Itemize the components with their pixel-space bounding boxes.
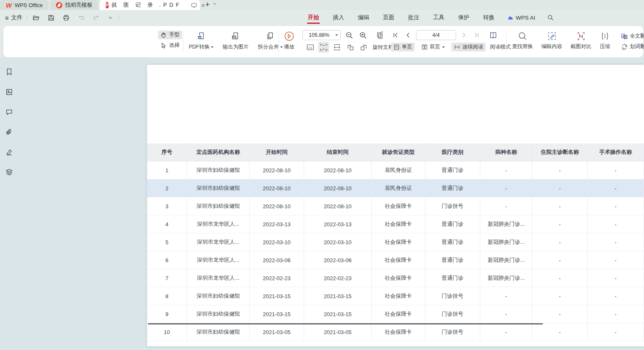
menu-page[interactable]: 页面 [382, 10, 395, 25]
play-button[interactable]: 播放 [284, 31, 295, 51]
table-row[interactable]: 1深圳市妇幼保健院2022-08-102022-08-10居民身份证普通门诊--… [147, 161, 644, 179]
table-cell: 2022-03-10 [304, 233, 372, 251]
undo-icon[interactable] [76, 13, 86, 23]
table-header-cell: 病种名称 [480, 143, 532, 161]
table-cell: - [588, 251, 644, 269]
bookmarks-panel-icon[interactable] [4, 66, 15, 77]
layers-panel-icon[interactable] [4, 167, 15, 178]
previous-page-icon[interactable] [403, 31, 413, 40]
chevron-down-icon [211, 46, 213, 48]
fit-width-icon[interactable] [332, 42, 342, 53]
screenshot-compare-button[interactable]: 截图对比 [570, 31, 591, 51]
present-to-screen-icon[interactable] [191, 2, 197, 8]
table-row[interactable]: 3深圳市妇幼保健院2022-08-102022-08-10社会保障卡门诊挂号--… [147, 197, 644, 215]
file-menu-button[interactable]: ≡ 文件 [5, 14, 23, 21]
tab-docer-templates[interactable]: 找稻壳模板 [50, 0, 98, 10]
menu-annotate[interactable]: 批注 [407, 10, 420, 25]
medical-records-table: 序号定点医药机构名称开始时间结束时间就诊凭证类型医疗类别病种名称住院主诊断名称手… [147, 143, 644, 341]
quickbar-chevron-icon[interactable] [106, 14, 114, 22]
tab-label: WPS Office [15, 2, 43, 8]
print-icon[interactable] [61, 13, 71, 23]
table-cell: 7 [147, 269, 187, 287]
double-page-button[interactable]: 双页 [419, 43, 447, 51]
zoom-out-icon[interactable] [344, 30, 355, 41]
table-row[interactable]: 8深圳市妇幼保健院2021-03-152021-03-15社会保障卡门诊挂号--… [147, 287, 644, 305]
tab-list-chevron-icon[interactable] [212, 1, 217, 6]
close-tab-icon[interactable]: × [201, 2, 205, 8]
export-image-button[interactable]: 输出为图片 [223, 31, 249, 51]
continuous-read-icon [454, 44, 460, 50]
open-file-icon[interactable] [31, 13, 41, 23]
hand-tool-button[interactable]: 手型 [158, 31, 182, 39]
tab-wps-office[interactable]: W WPS Office [0, 0, 48, 10]
rotate-right-icon[interactable] [358, 42, 369, 53]
next-page-icon[interactable] [459, 31, 469, 40]
signature-panel-icon[interactable] [4, 147, 15, 158]
zoom-level-input[interactable] [303, 32, 335, 38]
select-tool-button[interactable]: 选择 [158, 41, 182, 50]
table-row[interactable]: 5深圳市龙华区人...2022-03-102022-03-10社会保障卡普通门诊… [147, 233, 644, 251]
comments-panel-icon[interactable] [4, 107, 15, 118]
menu-protect[interactable]: 保护 [457, 10, 470, 25]
table-cell: 2022-03-06 [304, 251, 372, 269]
redo-icon[interactable] [91, 13, 101, 23]
table-header-cell: 手术操作名称 [588, 143, 644, 161]
menu-tools[interactable]: 工具 [432, 10, 445, 25]
table-row[interactable]: 9深圳市妇幼保健院2021-03-152021-03-15社会保障卡门诊挂号--… [147, 305, 644, 323]
read-mode-label[interactable]: 阅读模式 [490, 43, 511, 51]
zoom-level-control[interactable] [302, 30, 341, 40]
menu-wps-ai[interactable]: WPS AI [507, 15, 535, 21]
page-number-input[interactable] [416, 32, 456, 38]
word-translate-button[interactable]: 文 A 划词翻译 [619, 42, 644, 51]
actual-size-icon[interactable]: 1:1 [305, 42, 316, 53]
menu-search-icon[interactable] [546, 13, 555, 22]
tab-label: 找稻壳模板 [65, 1, 92, 9]
rotate-left-icon[interactable] [345, 42, 356, 53]
window-tab-bar: W WPS Office 找稻壳模板 P 就 医 记 录 .PDF × + [0, 0, 644, 10]
attachments-panel-icon[interactable] [4, 127, 15, 138]
menu-home[interactable]: 开始 [307, 10, 320, 25]
table-cell: 社会保障卡 [372, 233, 425, 251]
last-page-icon[interactable] [472, 31, 481, 40]
page-indicator-control[interactable] [416, 30, 456, 40]
full-translate-button[interactable]: A 文 全文翻译 [619, 32, 644, 41]
menu-insert[interactable]: 插入 [332, 10, 345, 25]
pdf-page[interactable]: 序号定点医药机构名称开始时间结束时间就诊凭证类型医疗类别病种名称住院主诊断名称手… [147, 65, 644, 346]
find-replace-button[interactable]: 查找替换 [512, 31, 533, 51]
cursor-icon [160, 42, 167, 49]
save-icon[interactable] [46, 13, 56, 23]
svg-text:文: 文 [621, 47, 624, 50]
table-cell: 2021-03-15 [304, 305, 372, 323]
table-cell: 普通门诊 [425, 179, 480, 197]
table-row[interactable]: 10深圳市妇幼保健院2021-03-052021-03-05社会保障卡门诊挂号-… [147, 323, 644, 341]
pdf-convert-button[interactable]: W PDF转换 [189, 31, 213, 51]
zoom-in-icon[interactable] [358, 30, 368, 41]
edit-content-button[interactable]: 编辑内容 [541, 31, 562, 51]
tab-document[interactable]: P 就 医 记 录 .PDF × [100, 0, 200, 10]
table-cell: - [588, 269, 644, 287]
rotate-doc-label[interactable]: 旋转文档 [373, 44, 393, 51]
single-page-button[interactable]: 单页 [391, 43, 415, 51]
compress-button[interactable]: 压缩 [600, 31, 610, 51]
table-header-cell: 定点医药机构名称 [187, 143, 250, 161]
table-cell: 门诊挂号 [425, 305, 480, 323]
hand-tool-label: 手型 [169, 31, 180, 38]
table-row[interactable]: 6深圳市龙华区人...2022-03-062022-03-06社会保障卡普通门诊… [147, 251, 644, 269]
new-tab-button[interactable]: + [205, 0, 210, 9]
table-cell: - [588, 233, 644, 251]
menu-edit[interactable]: 编辑 [357, 10, 370, 25]
table-row[interactable]: 4深圳市龙华区人...2022-03-132022-03-13社会保障卡普通门诊… [147, 215, 644, 233]
table-cell: 3 [147, 197, 187, 215]
docer-icon [56, 2, 62, 8]
thumbnails-panel-icon[interactable] [4, 87, 15, 97]
menu-convert[interactable]: 转换 [482, 10, 495, 25]
read-mode-book-icon[interactable] [487, 29, 499, 42]
table-row[interactable]: 7深圳市龙华区人...2022-02-232022-02-23社会保障卡普通门诊… [147, 269, 644, 287]
swap-pages-icon[interactable] [373, 29, 386, 42]
fit-page-icon[interactable] [318, 42, 329, 53]
table-row[interactable]: 2深圳市妇幼保健院2022-08-102022-08-10居民身份证普通门诊--… [147, 179, 644, 197]
table-cell: - [480, 179, 532, 197]
continuous-read-button[interactable]: 连续阅读 [451, 43, 486, 51]
first-page-icon[interactable] [391, 31, 400, 40]
word-translate-icon: 文 A [621, 43, 628, 50]
